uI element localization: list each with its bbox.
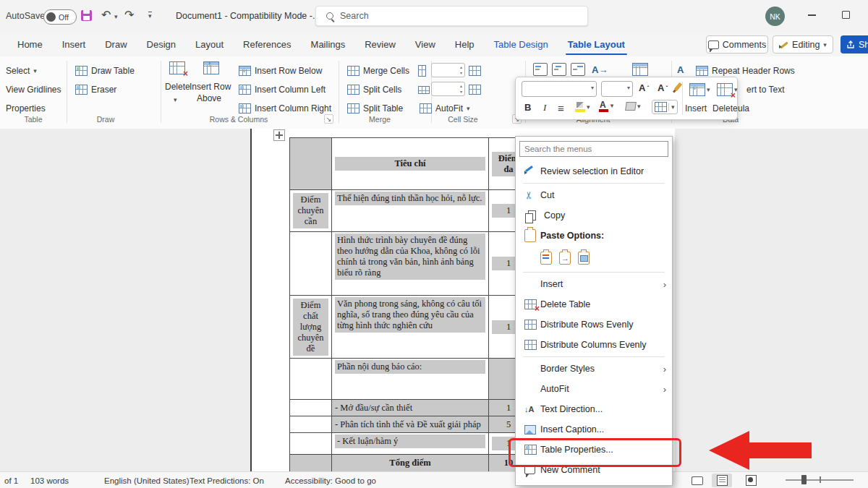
insert-row-below-button[interactable]: Insert Row Below: [239, 64, 322, 78]
merge-cells-button[interactable]: Merge Cells: [347, 64, 409, 78]
restore-window-icon[interactable]: [842, 11, 850, 19]
table-cell[interactable]: - Mở đầu/sự cần thiết: [332, 400, 489, 416]
tab-draw[interactable]: Draw: [105, 39, 127, 50]
autosave-toggle[interactable]: Off: [43, 9, 77, 25]
bold-button[interactable]: B: [524, 102, 531, 113]
table-move-handle-icon[interactable]: [273, 129, 285, 141]
split-cells-button[interactable]: Split Cells: [347, 82, 401, 97]
view-gridlines-button[interactable]: View Gridlines: [6, 82, 61, 97]
rows-columns-dialog-launcher-icon[interactable]: ↘: [324, 114, 333, 124]
word-count[interactable]: 103 words: [30, 476, 69, 485]
zoom-slider-thumb[interactable]: [801, 475, 807, 484]
align-top-right-button[interactable]: [571, 62, 585, 77]
table-cell[interactable]: - Kết luận/hàm ý: [332, 433, 489, 455]
draw-table-button[interactable]: Draw Table: [75, 64, 135, 78]
menu-item-distribute-columns[interactable]: Distribute Columns Evenly: [516, 335, 672, 355]
formula-button[interactable]: ula: [738, 101, 749, 116]
document-table[interactable]: Tiêu chí Điểm đa Điểm chuyên cần Thể hiệ…: [289, 137, 529, 472]
web-layout-button[interactable]: [741, 474, 761, 487]
redo-icon[interactable]: ↷: [124, 9, 134, 21]
menu-search-input[interactable]: [519, 141, 668, 157]
tab-insert[interactable]: Insert: [62, 39, 86, 50]
tab-help[interactable]: Help: [455, 39, 475, 50]
align-top-center-button[interactable]: [552, 62, 566, 77]
repeat-header-rows-button[interactable]: Repeat Header Rows: [696, 64, 795, 78]
menu-item-autofit[interactable]: AutoFit ›: [516, 379, 672, 399]
menu-item-insert-caption[interactable]: Insert Caption...: [516, 419, 672, 440]
read-mode-button[interactable]: [687, 474, 707, 487]
font-name-combo[interactable]: [522, 81, 597, 97]
document-area[interactable]: Tiêu chí Điểm đa Điểm chuyên cần Thể hiệ…: [0, 129, 868, 471]
delete-button[interactable]: Delete: [165, 80, 190, 94]
table-cell[interactable]: Điểm chất lượng chuyên đề: [290, 296, 332, 359]
mini-delete-button[interactable]: ▾: [717, 83, 738, 96]
language-indicator[interactable]: English (United States): [104, 476, 190, 485]
grow-font-button[interactable]: Aˆ: [639, 82, 649, 93]
sort-button[interactable]: A: [677, 62, 684, 77]
comments-button[interactable]: Comments: [706, 35, 768, 53]
menu-item-copy[interactable]: Copy: [516, 205, 672, 226]
table-cell[interactable]: [290, 359, 332, 400]
table-cell[interactable]: Hình thức trình bày chuyên đề đúng theo …: [332, 232, 489, 296]
table-cell[interactable]: Thể hiện đúng tinh thần học hỏi, nỗ lực.: [332, 190, 489, 232]
text-predictions-indicator[interactable]: Text Predictions: On: [190, 476, 264, 485]
convert-to-text-button[interactable]: ert to Text: [746, 82, 784, 97]
editing-button[interactable]: Editing ▾: [773, 35, 833, 53]
paste-keep-source-formatting-icon[interactable]: [540, 252, 552, 265]
menu-item-delete-table[interactable]: Delete Table: [516, 294, 672, 314]
save-icon[interactable]: [81, 10, 92, 21]
accessibility-status[interactable]: Accessibility: Good to go: [285, 476, 376, 485]
text-direction-icon[interactable]: A→: [592, 62, 608, 77]
paste-picture-icon[interactable]: [578, 252, 590, 265]
table-cell[interactable]: Tổng điểm: [332, 455, 489, 472]
properties-button[interactable]: Properties: [6, 101, 46, 116]
format-painter-button[interactable]: [676, 82, 680, 91]
delete-chevron-icon[interactable]: ▾: [174, 93, 177, 107]
menu-item-cut[interactable]: ✂ Cut: [516, 185, 672, 205]
eraser-button[interactable]: Eraser: [75, 82, 116, 97]
tab-table-layout[interactable]: Table Layout: [568, 39, 625, 50]
menu-item-text-direction[interactable]: ↓A Text Direction...: [516, 399, 672, 419]
table-cell[interactable]: Điểm chuyên cần: [290, 190, 332, 232]
menu-item-review-in-editor[interactable]: Review selection in Editor: [516, 161, 672, 181]
share-button[interactable]: Sha: [841, 35, 868, 53]
shading-button[interactable]: ▾: [626, 102, 641, 111]
table-cell[interactable]: [290, 138, 332, 190]
table-cell[interactable]: Văn phong trong sáng, không có câu tối n…: [332, 296, 489, 359]
cell-margins-icon[interactable]: [632, 62, 648, 77]
page-indicator[interactable]: of 1: [4, 476, 18, 485]
table-cell[interactable]: Tiêu chí: [332, 138, 489, 190]
tab-layout[interactable]: Layout: [195, 39, 224, 50]
tab-design[interactable]: Design: [147, 39, 176, 50]
minimize-icon[interactable]: [808, 14, 816, 16]
tab-review[interactable]: Review: [365, 39, 396, 50]
tab-references[interactable]: References: [243, 39, 291, 50]
table-cell[interactable]: [290, 455, 332, 472]
menu-item-border-styles[interactable]: Border Styles ›: [516, 359, 672, 379]
font-color-button[interactable]: A▾: [600, 101, 613, 109]
table-cell[interactable]: Phần nội dung báo cáo:: [332, 359, 489, 400]
tab-table-design[interactable]: Table Design: [494, 39, 548, 50]
menu-item-distribute-rows[interactable]: Distribute Rows Evenly: [516, 314, 672, 335]
avatar[interactable]: NK: [765, 7, 785, 26]
insert-column-left-button[interactable]: Insert Column Left: [239, 82, 326, 97]
highlight-button[interactable]: ▾: [575, 102, 590, 112]
print-layout-button[interactable]: [712, 474, 732, 487]
split-table-button[interactable]: Split Table: [347, 101, 403, 116]
tab-view[interactable]: View: [415, 39, 435, 50]
search-input[interactable]: Search: [315, 6, 588, 26]
paste-merge-formatting-icon[interactable]: [559, 252, 571, 265]
italic-button[interactable]: I: [543, 102, 546, 114]
tab-home[interactable]: Home: [17, 39, 43, 50]
insert-column-right-button[interactable]: Insert Column Right: [239, 101, 331, 116]
table-cell[interactable]: [290, 232, 332, 296]
table-cell[interactable]: [290, 433, 332, 455]
undo-icon[interactable]: ↶: [101, 9, 111, 21]
align-top-left-button[interactable]: [533, 62, 548, 77]
quick-access-overflow-icon[interactable]: ▾: [148, 12, 152, 19]
table-cell[interactable]: [290, 400, 332, 416]
font-size-combo[interactable]: [601, 81, 633, 97]
insert-row-above-label2[interactable]: Above: [197, 91, 221, 106]
shrink-font-button[interactable]: Aˇ: [658, 82, 668, 93]
distribute-columns-small-icon[interactable]: [469, 64, 481, 78]
